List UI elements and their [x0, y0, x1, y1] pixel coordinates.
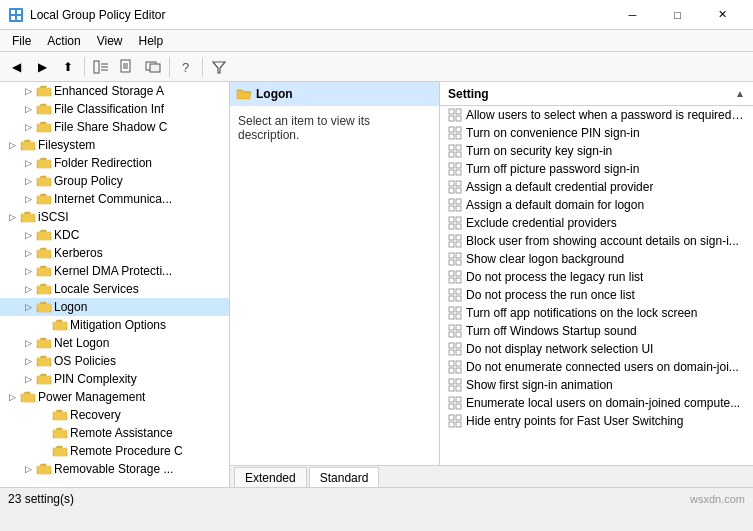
tree-expander[interactable]: ▷ [20, 83, 36, 99]
tree-item[interactable]: ▷File Share Shadow C [0, 118, 229, 136]
menu-action[interactable]: Action [39, 32, 88, 50]
tree-item[interactable]: ▷Kerberos [0, 244, 229, 262]
svg-rect-67 [449, 127, 454, 132]
svg-rect-134 [456, 422, 461, 427]
tree-expander[interactable] [36, 443, 52, 459]
setting-row[interactable]: Enumerate local users on domain-joined c… [440, 394, 753, 412]
setting-row[interactable]: Show first sign-in animation [440, 376, 753, 394]
setting-row[interactable]: Turn off picture password sign-in [440, 160, 753, 178]
tree-item[interactable]: Remote Assistance [0, 424, 229, 442]
minimize-button[interactable]: ─ [610, 0, 655, 30]
toolbar-separator-1 [84, 57, 85, 77]
tree-expander[interactable] [36, 317, 52, 333]
tree-item[interactable]: ▷Folder Redirection [0, 154, 229, 172]
tree-item[interactable]: ▷Enhanced Storage A [0, 82, 229, 100]
filter-button[interactable] [207, 55, 231, 79]
tree-item[interactable]: Mitigation Options [0, 316, 229, 334]
svg-rect-87 [449, 217, 454, 222]
tree-item[interactable]: ▷Locale Services [0, 280, 229, 298]
setting-row[interactable]: Allow users to select when a password is… [440, 106, 753, 124]
tree-expander[interactable]: ▷ [20, 281, 36, 297]
properties-button[interactable] [115, 55, 139, 79]
svg-rect-104 [456, 289, 461, 294]
tab-extended[interactable]: Extended [234, 467, 307, 487]
setting-row[interactable]: Do not process the legacy run list [440, 268, 753, 286]
new-window-button[interactable] [141, 55, 165, 79]
help-button[interactable]: ? [174, 55, 198, 79]
tree-expander[interactable]: ▷ [20, 155, 36, 171]
setting-icon [448, 324, 462, 338]
tree-item[interactable]: ▷Power Management [0, 388, 229, 406]
tree-item[interactable]: ▷iSCSI [0, 208, 229, 226]
setting-row[interactable]: Block user from showing account details … [440, 232, 753, 250]
setting-row[interactable]: Do not process the run once list [440, 286, 753, 304]
setting-row[interactable]: Do not display network selection UI [440, 340, 753, 358]
setting-label: Turn off app notifications on the lock s… [466, 306, 697, 320]
tree-item[interactable]: Recovery [0, 406, 229, 424]
svg-rect-128 [456, 397, 461, 402]
back-button[interactable]: ◀ [4, 55, 28, 79]
tree-item[interactable]: ▷KDC [0, 226, 229, 244]
show-hide-console-tree[interactable] [89, 55, 113, 79]
setting-label: Turn on convenience PIN sign-in [466, 126, 640, 140]
setting-row[interactable]: Show clear logon background [440, 250, 753, 268]
tree-item[interactable]: ▷Logon [0, 298, 229, 316]
tree-expander[interactable]: ▷ [20, 371, 36, 387]
menu-view[interactable]: View [89, 32, 131, 50]
tree-expander[interactable]: ▷ [20, 227, 36, 243]
tree-item[interactable]: ▷Kernel DMA Protecti... [0, 262, 229, 280]
tree-item[interactable]: ▷Internet Communica... [0, 190, 229, 208]
tree-expander[interactable]: ▷ [20, 173, 36, 189]
tree-expander[interactable]: ▷ [20, 335, 36, 351]
setting-icon [448, 342, 462, 356]
tree-expander[interactable]: ▷ [20, 119, 36, 135]
tree-expander[interactable]: ▷ [4, 209, 20, 225]
tree-item[interactable]: ▷PIN Complexity [0, 370, 229, 388]
svg-rect-89 [449, 224, 454, 229]
setting-row[interactable]: Turn off Windows Startup sound [440, 322, 753, 340]
up-button[interactable]: ⬆ [56, 55, 80, 79]
tree-item[interactable]: Remote Procedure C [0, 442, 229, 460]
tree-item[interactable]: ▷Net Logon [0, 334, 229, 352]
setting-row[interactable]: Assign a default domain for logon [440, 196, 753, 214]
svg-rect-72 [456, 145, 461, 150]
tree-item[interactable]: ▷Removable Storage ... [0, 460, 229, 478]
svg-rect-121 [449, 368, 454, 373]
setting-row[interactable]: Hide entry points for Fast User Switchin… [440, 412, 753, 430]
maximize-button[interactable]: □ [655, 0, 700, 30]
setting-row[interactable]: Turn on security key sign-in [440, 142, 753, 160]
tab-standard[interactable]: Standard [309, 467, 380, 487]
tree-expander[interactable]: ▷ [20, 101, 36, 117]
tree-expander[interactable] [36, 407, 52, 423]
tree-expander[interactable]: ▷ [20, 353, 36, 369]
forward-button[interactable]: ▶ [30, 55, 54, 79]
svg-rect-77 [449, 170, 454, 175]
svg-rect-64 [456, 109, 461, 114]
tree-item[interactable]: ▷OS Policies [0, 352, 229, 370]
menu-file[interactable]: File [4, 32, 39, 50]
tree-expander[interactable]: ▷ [4, 137, 20, 153]
setting-row[interactable]: Exclude credential providers [440, 214, 753, 232]
tree-item[interactable]: ▷Filesystem [0, 136, 229, 154]
svg-rect-110 [456, 314, 461, 319]
close-button[interactable]: ✕ [700, 0, 745, 30]
setting-row[interactable]: Turn on convenience PIN sign-in [440, 124, 753, 142]
tree-expander[interactable]: ▷ [4, 389, 20, 405]
menu-help[interactable]: Help [131, 32, 172, 50]
folder-icon [36, 101, 52, 117]
window-title: Local Group Policy Editor [30, 8, 165, 22]
setting-row[interactable]: Assign a default credential provider [440, 178, 753, 196]
tree-expander[interactable] [36, 425, 52, 441]
tree-expander[interactable]: ▷ [20, 299, 36, 315]
tree-expander[interactable]: ▷ [20, 263, 36, 279]
tree-expander[interactable]: ▷ [20, 245, 36, 261]
setting-row[interactable]: Do not enumerate connected users on doma… [440, 358, 753, 376]
tree-item[interactable]: ▷File Classification Inf [0, 100, 229, 118]
tree-expander[interactable]: ▷ [20, 191, 36, 207]
tree-item[interactable]: ▷Group Policy [0, 172, 229, 190]
setting-icon [448, 126, 462, 140]
setting-row[interactable]: Turn off app notifications on the lock s… [440, 304, 753, 322]
tree-expander[interactable]: ▷ [20, 461, 36, 477]
svg-marker-52 [21, 394, 35, 402]
svg-rect-123 [449, 379, 454, 384]
